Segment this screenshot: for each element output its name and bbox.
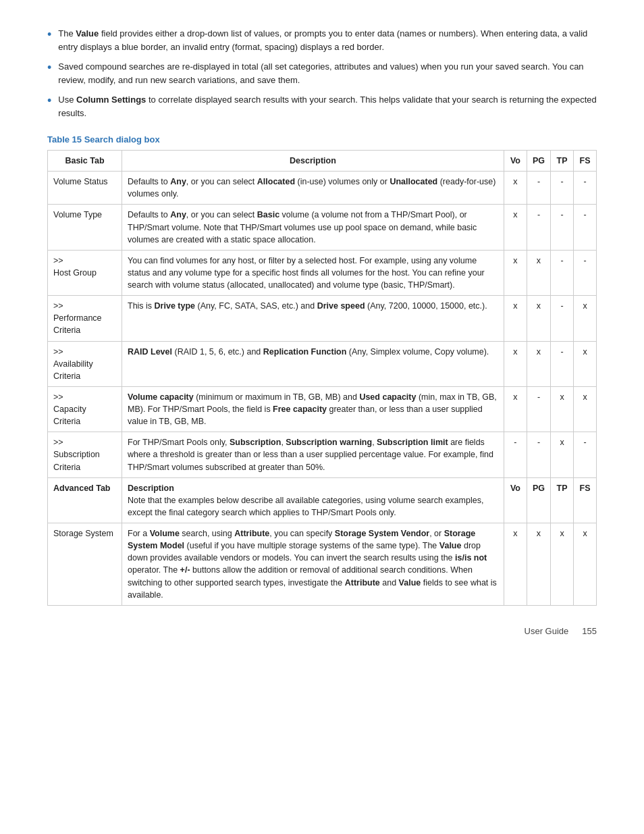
bullet-item-2: • Saved compound searches are re-display… [47, 60, 597, 86]
row-label-host-group: >>Host Group [48, 250, 122, 295]
row-pg-performance: x [527, 296, 550, 341]
header-fs: FS [574, 151, 597, 172]
table-row: >>Host Group You can find volumes for an… [48, 250, 597, 295]
row-desc-volume-status: Defaults to Any, or you can select Alloc… [122, 172, 504, 205]
adv-header-pg: PG [527, 477, 550, 523]
row-pg-storage-system: x [527, 523, 550, 606]
row-label-subscription: >>SubscriptionCriteria [48, 432, 122, 477]
header-basic-tab: Basic Tab [48, 151, 122, 172]
row-pg-availability: x [527, 341, 550, 386]
table-row: >>CapacityCriteria Volume capacity (mini… [48, 386, 597, 432]
row-fs-subscription: - [574, 432, 597, 477]
row-desc-volume-type: Defaults to Any, or you can select Basic… [122, 205, 504, 250]
bullet-text-1: The Value field provides either a drop-d… [58, 27, 597, 53]
adv-header-fs: FS [574, 477, 597, 523]
row-tp-subscription: x [551, 432, 574, 477]
row-fs-storage-system: x [574, 523, 597, 606]
bullet-icon-1: • [47, 26, 51, 44]
row-fs-availability: x [574, 341, 597, 386]
advanced-tab-header-row: Advanced Tab Description Note that the e… [48, 477, 597, 523]
search-dialog-table: Basic Tab Description Vo PG TP FS Volume… [47, 150, 597, 606]
advanced-tab-label: Advanced Tab [48, 477, 122, 523]
row-desc-host-group: You can find volumes for any host, or fi… [122, 250, 504, 295]
row-tp-availability: - [551, 341, 574, 386]
row-label-storage-system: Storage System [48, 523, 122, 606]
table-row: >>SubscriptionCriteria For THP/Smart Poo… [48, 432, 597, 477]
row-vo-storage-system: x [504, 523, 527, 606]
row-desc-performance: This is Drive type (Any, FC, SATA, SAS, … [122, 296, 504, 341]
adv-header-tp: TP [551, 477, 574, 523]
bullet-section: • The Value field provides either a drop… [47, 27, 597, 120]
row-vo-performance: x [504, 296, 527, 341]
row-tp-performance: - [551, 296, 574, 341]
row-pg-volume-status: - [527, 172, 550, 205]
row-tp-storage-system: x [551, 523, 574, 606]
row-tp-host-group: - [551, 250, 574, 295]
row-label-capacity: >>CapacityCriteria [48, 386, 122, 432]
row-vo-subscription: - [504, 432, 527, 477]
row-fs-volume-status: - [574, 172, 597, 205]
row-desc-capacity: Volume capacity (minimum or maximum in T… [122, 386, 504, 432]
bullet-item-3: • Use Column Settings to correlate displ… [47, 93, 597, 120]
table-row: >>PerformanceCriteria This is Drive type… [48, 296, 597, 341]
table-title: Table 15 Search dialog box [47, 134, 597, 145]
row-vo-host-group: x [504, 250, 527, 295]
table-row: >>AvailabilityCriteria RAID Level (RAID … [48, 341, 597, 386]
row-fs-volume-type: - [574, 205, 597, 250]
advanced-tab-desc: Description Note that the examples below… [122, 477, 504, 523]
footer: User Guide 155 [47, 626, 597, 636]
row-desc-storage-system: For a Volume search, using Attribute, yo… [122, 523, 504, 606]
table-header-row: Basic Tab Description Vo PG TP FS [48, 151, 597, 172]
row-pg-subscription: - [527, 432, 550, 477]
row-tp-capacity: x [551, 386, 574, 432]
header-pg: PG [527, 151, 550, 172]
table-row: Volume Status Defaults to Any, or you ca… [48, 172, 597, 205]
bullet-text-3: Use Column Settings to correlate display… [58, 93, 597, 120]
row-vo-capacity: x [504, 386, 527, 432]
header-tp: TP [551, 151, 574, 172]
row-fs-capacity: x [574, 386, 597, 432]
row-desc-availability: RAID Level (RAID 1, 5, 6, etc.) and Repl… [122, 341, 504, 386]
table-row: Storage System For a Volume search, usin… [48, 523, 597, 606]
table-row: Volume Type Defaults to Any, or you can … [48, 205, 597, 250]
row-tp-volume-status: - [551, 172, 574, 205]
bullet-item-1: • The Value field provides either a drop… [47, 27, 597, 53]
row-pg-capacity: - [527, 386, 550, 432]
row-label-volume-status: Volume Status [48, 172, 122, 205]
row-vo-availability: x [504, 341, 527, 386]
row-label-volume-type: Volume Type [48, 205, 122, 250]
header-description: Description [122, 151, 504, 172]
bullet-text-2: Saved compound searches are re-displayed… [58, 60, 597, 86]
footer-page: 155 [582, 626, 597, 636]
bullet-icon-3: • [47, 92, 51, 110]
footer-label: User Guide [525, 626, 569, 636]
row-tp-volume-type: - [551, 205, 574, 250]
adv-header-vo: Vo [504, 477, 527, 523]
row-label-availability: >>AvailabilityCriteria [48, 341, 122, 386]
row-label-performance: >>PerformanceCriteria [48, 296, 122, 341]
row-desc-subscription: For THP/Smart Pools only, Subscription, … [122, 432, 504, 477]
row-fs-performance: x [574, 296, 597, 341]
row-fs-host-group: - [574, 250, 597, 295]
row-pg-volume-type: - [527, 205, 550, 250]
header-vo: Vo [504, 151, 527, 172]
row-vo-volume-status: x [504, 172, 527, 205]
row-pg-host-group: x [527, 250, 550, 295]
row-vo-volume-type: x [504, 205, 527, 250]
bullet-icon-2: • [47, 59, 51, 77]
